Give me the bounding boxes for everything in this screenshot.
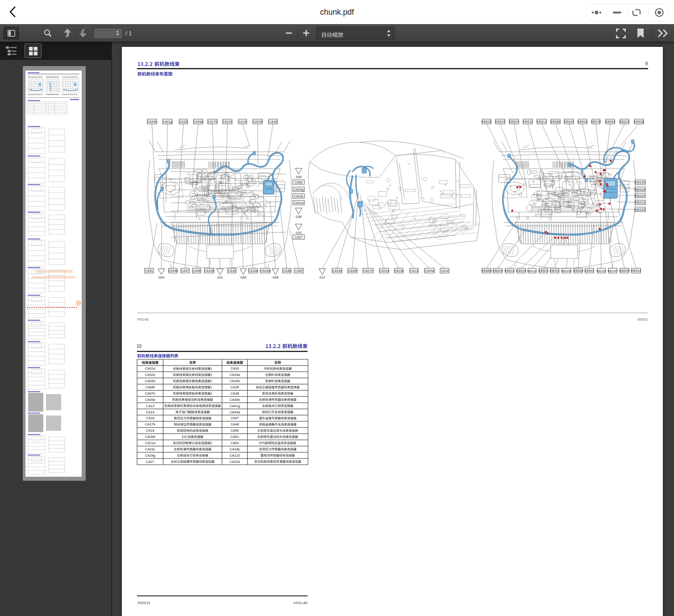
svg-text:CA16: CA16	[239, 120, 247, 123]
svg-text:EBS33: EBS33	[635, 208, 645, 212]
svg-text:EBS05: EBS05	[620, 269, 629, 272]
svg-text:CA40b: CA40b	[147, 120, 157, 123]
svg-text:G36: G36	[296, 215, 302, 218]
svg-text:CA09a: CA09a	[260, 269, 270, 272]
svg-text:CA06f: CA06f	[146, 385, 155, 389]
svg-text:CA44a: CA44a	[424, 269, 434, 272]
svg-text:CA34b: CA34b	[229, 379, 240, 383]
svg-text:CA02e: CA02e	[394, 269, 404, 272]
svg-text:CA27: CA27	[295, 235, 303, 239]
svg-text:CA41g: CA41g	[229, 404, 240, 408]
svg-text:EBS13: EBS13	[505, 269, 515, 272]
svg-text:G06: G06	[241, 276, 246, 279]
svg-text:CA23c: CA23c	[145, 447, 155, 451]
svg-text:CA47: CA47	[230, 416, 239, 420]
svg-text:CA07h: CA07h	[145, 391, 155, 395]
svg-text:CA09a: CA09a	[145, 398, 156, 402]
svg-text:CA35: CA35	[179, 120, 187, 123]
svg-text:EBS44: EBS44	[493, 269, 503, 272]
svg-text:CA03d: CA03d	[145, 379, 155, 383]
svg-text:VX11-A2: VX11-A2	[294, 601, 308, 605]
svg-text:CA14: CA14	[441, 269, 449, 272]
svg-text:CA206: CA206	[204, 269, 214, 272]
svg-text:2022/11: 2022/11	[137, 601, 150, 605]
svg-text:EBS53: EBS53	[605, 120, 615, 123]
svg-text:EBS10: EBS10	[635, 200, 645, 204]
svg-text:EBS198: EBS198	[562, 270, 571, 272]
svg-text:CA41g: CA41g	[162, 120, 172, 124]
svg-text:EBS111: EBS111	[528, 270, 537, 272]
svg-text:CA01d: CA01d	[379, 269, 389, 272]
svg-text:G04: G04	[158, 276, 164, 279]
svg-text:CA120: CA120	[229, 454, 240, 458]
svg-text:CA17b: CA17b	[145, 422, 155, 426]
svg-text:CA44a: CA44a	[229, 410, 240, 414]
svg-text:EBS14: EBS14	[631, 269, 641, 272]
svg-text:EBS43: EBS43	[578, 120, 587, 123]
svg-text:G10: G10	[296, 231, 302, 234]
svg-text:EBS91: EBS91	[550, 269, 560, 272]
svg-text:CA13: CA13	[146, 404, 154, 408]
svg-text:CA06f: CA06f	[348, 269, 357, 272]
svg-text:CA14: CA14	[146, 410, 154, 414]
svg-text:CA50: CA50	[295, 269, 303, 272]
svg-text:EBS15: EBS15	[516, 269, 526, 272]
svg-text:G08: G08	[273, 276, 279, 279]
svg-text:EBS08: EBS08	[634, 120, 644, 123]
svg-text:CA18: CA18	[146, 429, 154, 433]
svg-text:EBS41: EBS41	[585, 269, 595, 272]
svg-text:VX11-A2: VX11-A2	[137, 318, 149, 321]
svg-text:CA53: CA53	[295, 180, 303, 184]
svg-text:EBS42: EBS42	[564, 120, 574, 123]
svg-text:EBS31: EBS31	[635, 194, 645, 198]
svg-text:EBS80: EBS80	[551, 120, 561, 123]
svg-text:CA35: CA35	[230, 385, 239, 389]
svg-text:EBS16: EBS16	[482, 120, 491, 123]
svg-text:CA38: CA38	[230, 391, 239, 395]
svg-text:CA23c: CA23c	[294, 194, 304, 198]
svg-text:CA21d: CA21d	[145, 441, 155, 445]
svg-text:G12: G12	[320, 276, 325, 279]
svg-text:EBS78: EBS78	[591, 120, 601, 123]
svg-text:CA16: CA16	[146, 416, 154, 420]
svg-text:CA43k: CA43k	[193, 120, 203, 123]
svg-text:EBS35: EBS35	[635, 180, 645, 184]
svg-text:CA30: CA30	[230, 366, 239, 370]
svg-text:CA43k: CA43k	[230, 447, 240, 451]
svg-text:CA17b: CA17b	[208, 120, 217, 123]
svg-text:CA40b: CA40b	[229, 398, 240, 402]
svg-text:CA03d: CA03d	[332, 269, 342, 272]
svg-text:CA18: CA18	[269, 120, 277, 123]
svg-text:CA51: CA51	[145, 269, 153, 272]
svg-text:CA48: CA48	[193, 269, 201, 272]
svg-text:CA24g: CA24g	[294, 187, 304, 191]
svg-text:CA53: CA53	[230, 441, 239, 445]
svg-text:CA38: CA38	[283, 269, 291, 272]
svg-text:CA20b: CA20b	[253, 120, 262, 123]
svg-text:CA01d: CA01d	[145, 366, 155, 370]
svg-text:9: 9	[645, 61, 648, 66]
svg-text:EBS24: EBS24	[509, 120, 519, 123]
svg-text:CA50: CA50	[230, 429, 239, 433]
svg-text:2022/11: 2022/11	[637, 318, 648, 321]
svg-text:CA07h: CA07h	[363, 269, 373, 272]
svg-text:EBS23: EBS23	[620, 120, 629, 123]
svg-text:CA13: CA13	[410, 269, 418, 272]
svg-text:EBS12: EBS12	[537, 120, 547, 123]
svg-text:CA51: CA51	[230, 435, 239, 439]
svg-text:CA20b: CA20b	[145, 435, 155, 439]
svg-text:CA02e: CA02e	[145, 373, 155, 377]
svg-text:CA27: CA27	[146, 460, 154, 464]
svg-text:CA21d: CA21d	[294, 201, 304, 205]
svg-text:EBS01: EBS01	[539, 269, 549, 272]
svg-text:G05: G05	[296, 175, 302, 179]
svg-text:10: 10	[137, 344, 142, 349]
svg-text:EBS11: EBS11	[523, 120, 533, 123]
svg-text:CA24g: CA24g	[145, 454, 155, 458]
svg-text:EBS89: EBS89	[482, 269, 491, 272]
svg-text:G11: G11	[217, 276, 223, 279]
svg-text:EBS40: EBS40	[574, 269, 583, 272]
svg-text:CA47: CA47	[181, 269, 189, 272]
svg-text:CA30: CA30	[228, 269, 236, 272]
svg-text:CA120: CA120	[223, 120, 233, 123]
